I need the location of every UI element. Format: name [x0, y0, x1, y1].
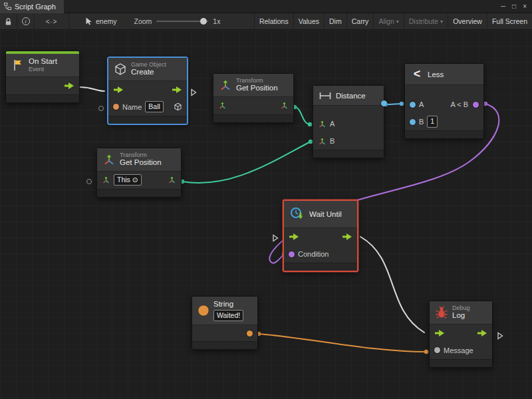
distance-output-port[interactable] [381, 100, 387, 106]
flow-in-port[interactable] [434, 330, 445, 336]
info-icon: i [22, 17, 30, 25]
vector3-output-port[interactable] [280, 101, 289, 110]
vector3-input-b-port[interactable] [318, 137, 327, 146]
transform-input-port[interactable] [218, 101, 227, 110]
minimize-icon[interactable]: ─ [501, 3, 505, 10]
chevron-down-icon: ▾ [396, 19, 399, 25]
node-on-start-event[interactable]: On Start Event [5, 51, 80, 103]
info-button[interactable]: i [17, 13, 35, 30]
node-footer [284, 263, 357, 271]
wait-clock-icon [289, 206, 305, 222]
target-value-field[interactable]: This ⊙ [114, 174, 142, 186]
node-get-position-1[interactable]: Transform Get Position [213, 73, 294, 123]
unconnected-value-indicator [98, 106, 104, 111]
string-value-field[interactable]: Waited! [213, 310, 243, 321]
message-input-port[interactable] [434, 347, 440, 353]
ports-toggle-icon: <∙> [46, 18, 57, 25]
toolbar-button-distribute[interactable]: Distribute▾ [404, 13, 448, 29]
zoom-value: 1x [213, 17, 220, 25]
toolbar-button-overview[interactable]: Overview [448, 13, 487, 29]
node-title: Create [131, 68, 166, 76]
node-string-literal[interactable]: String Waited! [192, 296, 258, 350]
lock-button[interactable] [0, 13, 17, 30]
b-value-field[interactable]: 1 [427, 116, 438, 127]
wire-vector-getposition-distance-a[interactable] [295, 107, 310, 124]
node-footer [405, 130, 483, 138]
less-input-a-port[interactable] [410, 102, 416, 108]
node-title: On Start [29, 57, 57, 66]
zoom-control: Zoom 1x [134, 17, 221, 25]
node-title: Wait Until [309, 210, 342, 218]
toolbar-button-fullscreen[interactable]: Full Screen [487, 13, 532, 29]
node-subtitle: Event [29, 66, 57, 72]
name-input-port[interactable] [113, 104, 119, 110]
port-label: Name [122, 103, 142, 111]
transform-input-port[interactable] [102, 176, 110, 184]
flow-in-port[interactable] [113, 86, 124, 93]
node-category: Debug [452, 305, 470, 311]
node-debug-log[interactable]: Debug Log Message [429, 301, 493, 368]
tab-script-graph[interactable]: Script Graph [0, 0, 64, 13]
wire-control-waituntil-debuglog[interactable] [360, 237, 424, 332]
flow-out-port[interactable] [342, 233, 352, 240]
node-category: Transform [120, 152, 162, 158]
toolbar-button-dim[interactable]: Dim [324, 13, 346, 29]
flow-out-port[interactable] [172, 86, 182, 93]
maximize-icon[interactable]: □ [512, 3, 516, 10]
unconnected-value-indicator [86, 179, 92, 184]
toolbar-button-relations[interactable]: Relations [254, 13, 293, 29]
node-category: Game Object [131, 61, 166, 68]
ruler-icon [319, 91, 332, 100]
flag-icon [11, 59, 25, 72]
zoom-slider-handle[interactable] [200, 18, 207, 25]
node-wait-until[interactable]: Wait Until Condition [283, 200, 358, 272]
string-output-port[interactable] [247, 331, 253, 336]
node-category: Transform [236, 77, 278, 84]
node-gameobject-create[interactable]: Game Object Create Name Ball [108, 57, 188, 124]
node-distance[interactable]: Distance A B [313, 85, 384, 158]
toolbar-button-carry[interactable]: Carry [346, 13, 374, 29]
zoom-slider[interactable] [156, 21, 208, 22]
toolbar-button-align[interactable]: Align▾ [373, 13, 403, 29]
graph-breadcrumb[interactable]: enemy [85, 17, 117, 25]
ports-toggle-button[interactable]: <∙> [35, 13, 69, 30]
unconnected-flow-out-indicator [190, 87, 197, 99]
graph-name: enemy [96, 17, 117, 25]
gameobject-output-port[interactable] [174, 102, 182, 111]
name-value-field[interactable]: Ball [145, 101, 164, 112]
flow-out-port[interactable] [477, 330, 487, 336]
condition-input-port[interactable] [289, 251, 295, 257]
node-less[interactable]: < Less A A < B B 1 [404, 63, 484, 139]
wire-control-onstart-create[interactable] [80, 87, 104, 91]
less-input-b-port[interactable] [410, 119, 416, 125]
vector3-input-a-port[interactable] [318, 120, 327, 128]
wire-vector-getposition-distance-b[interactable] [182, 142, 311, 183]
result-label: A < B [450, 100, 468, 108]
target-picker-icon[interactable]: ⊙ [132, 176, 138, 184]
less-output-port[interactable] [473, 102, 479, 108]
toolbar-button-values[interactable]: Values [293, 13, 324, 29]
flow-out-port[interactable] [64, 82, 74, 89]
title-bar: Script Graph ─ □ × [0, 0, 532, 13]
unconnected-flow-out-indicator [497, 331, 503, 342]
port-label: Condition [298, 250, 329, 258]
wire-string-debuglog[interactable] [259, 334, 426, 352]
wire-float-distance-less[interactable] [386, 104, 402, 104]
node-footer [430, 359, 492, 367]
vector3-output-port[interactable] [168, 176, 176, 184]
port-label: A [330, 120, 334, 128]
node-title: Get Position [236, 84, 278, 92]
port-label: Message [444, 346, 473, 354]
close-icon[interactable]: × [523, 3, 527, 10]
node-title: Get Position [120, 158, 162, 167]
flow-in-port[interactable] [289, 233, 299, 240]
script-graph-icon [4, 3, 11, 10]
graph-canvas[interactable]: On Start Event Game Object Create [0, 30, 532, 399]
port-label: B [419, 118, 424, 126]
less-icon: < [410, 67, 424, 81]
node-title: Log [452, 311, 470, 320]
node-footer [313, 150, 384, 158]
node-title: String [213, 300, 243, 309]
node-get-position-2[interactable]: Transform Get Position This ⊙ [96, 148, 182, 198]
unity-script-graph-window: Script Graph ─ □ × i <∙> enemy Zoom [0, 0, 532, 399]
